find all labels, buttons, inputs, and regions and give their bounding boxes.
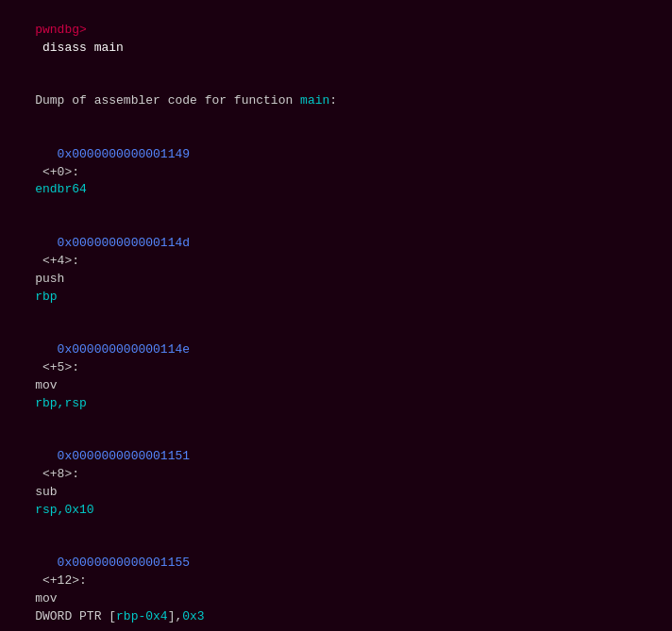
- addr-0: 0x0000000000001149: [35, 147, 190, 161]
- op-4b: rbp-0x4: [116, 609, 168, 623]
- instr-2: 0x000000000000114e <+5>: mov rbp,rsp: [6, 324, 666, 430]
- dump-header: Dump of assembler code for function main…: [6, 75, 666, 128]
- op-4c: ],: [168, 609, 183, 623]
- addr-4: 0x0000000000001155: [35, 556, 190, 570]
- disasm-command: disass main: [35, 41, 124, 55]
- offset-1: <+4>:: [35, 254, 101, 268]
- op-3: rsp,0x10: [35, 503, 93, 517]
- offset-0: <+0>:: [35, 165, 101, 179]
- function-name: main: [300, 93, 329, 108]
- offset-4: <+12>:: [35, 573, 101, 588]
- mnemonic-2: mov: [35, 378, 87, 392]
- op-2: rbp,rsp: [35, 396, 87, 410]
- instr-4: 0x0000000000001155 <+12>: mov DWORD PTR …: [6, 537, 666, 631]
- instr-1: 0x000000000000114d <+4>: push rbp: [6, 217, 666, 324]
- dump-header-text: Dump of assembler code for function: [35, 93, 300, 108]
- instr-3: 0x0000000000001151 <+8>: sub rsp,0x10: [6, 430, 666, 537]
- mnemonic-1: push: [35, 272, 87, 286]
- addr-2: 0x000000000000114e: [35, 342, 190, 357]
- mnemonic-3: sub: [35, 485, 87, 499]
- disasm-command-line: pwndbg> disass main: [6, 4, 666, 75]
- mnemonic-0: endbr64: [35, 182, 87, 196]
- offset-2: <+5>:: [35, 360, 101, 374]
- prompt: pwndbg>: [35, 23, 87, 37]
- mnemonic-4: mov: [35, 591, 87, 606]
- addr-3: 0x0000000000001151: [35, 449, 190, 463]
- offset-3: <+8>:: [35, 467, 101, 481]
- op-4a: DWORD PTR [: [35, 609, 116, 623]
- op-1: rbp: [35, 290, 57, 304]
- terminal: pwndbg> disass main Dump of assembler co…: [0, 0, 672, 631]
- instr-0: 0x0000000000001149 <+0>: endbr64: [6, 128, 666, 217]
- addr-1: 0x000000000000114d: [35, 236, 190, 250]
- op-4d: 0x3: [182, 609, 204, 623]
